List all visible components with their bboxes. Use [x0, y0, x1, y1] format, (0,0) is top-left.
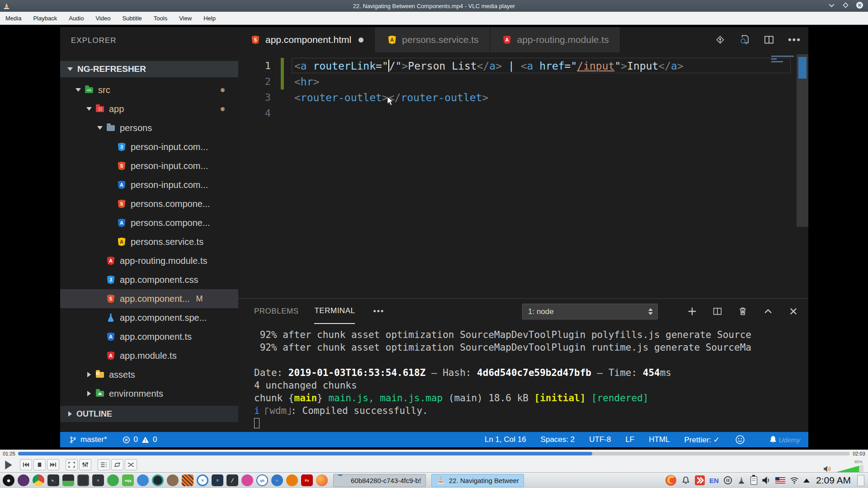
blender-icon[interactable] — [286, 474, 298, 486]
loop-button[interactable] — [111, 459, 123, 470]
errors-count[interactable]: 0 — [134, 435, 138, 444]
red-sync-icon[interactable] — [695, 475, 705, 485]
firefox-icon[interactable] — [316, 474, 328, 486]
statusbar-item-1[interactable]: Spaces: 2 — [541, 435, 575, 444]
tab-persons-service-ts[interactable]: Apersons.service.ts — [375, 27, 490, 52]
tree-item-persons-service-ts[interactable]: Apersons.service.ts — [60, 232, 238, 251]
open-changes-icon[interactable] — [715, 34, 726, 45]
tree-item-assets[interactable]: assets — [60, 365, 238, 384]
headphones-app-icon[interactable]: ∩ — [271, 474, 283, 486]
panel-more-icon[interactable]: ••• — [373, 307, 384, 316]
errors-icon[interactable] — [123, 436, 130, 444]
pause-circle-icon[interactable] — [723, 476, 732, 485]
dark-code-app-icon[interactable]: ✕ — [212, 474, 223, 486]
clock[interactable]: 2:09 AM — [816, 475, 851, 486]
chromium-icon[interactable] — [33, 474, 44, 486]
notifications-bell-icon[interactable] — [681, 476, 690, 485]
menu-help[interactable]: Help — [203, 15, 216, 22]
tree-item-app-component-css[interactable]: 3app.component.css — [60, 270, 238, 289]
pen-app-icon[interactable]: ╱ — [226, 474, 238, 486]
statusbar-item-5[interactable]: Prettier: ✓ — [684, 435, 720, 445]
tab-terminal[interactable]: TERMINAL — [314, 299, 355, 324]
editor-scrollbar[interactable] — [797, 54, 808, 227]
more-actions-icon[interactable]: ••• — [788, 34, 801, 46]
warnings-count[interactable]: 0 — [153, 435, 157, 444]
menu-subtitle[interactable]: Subtitle — [122, 15, 142, 22]
tree-item-persons-compone-[interactable]: 5persons.compone... — [60, 194, 238, 213]
video-area[interactable]: EXPLORER NG-REFRESHER </>srcapppersons3p… — [0, 25, 868, 450]
tree-item-app-routing-module-ts[interactable]: Aapp-routing.module.ts — [60, 251, 238, 270]
play-button[interactable] — [4, 460, 14, 470]
statusbar-item-4[interactable]: HTML — [649, 435, 670, 444]
outline-section-header[interactable]: OUTLINE — [60, 406, 238, 422]
filezilla-icon[interactable]: Fz — [301, 474, 313, 486]
menu-video[interactable]: Video — [95, 15, 110, 22]
maximize-panel-icon[interactable] — [763, 306, 773, 316]
tree-item-app[interactable]: app — [60, 99, 238, 118]
maximize-icon[interactable] — [842, 1, 849, 9]
show-desktop-button[interactable] — [857, 475, 864, 486]
fullscreen-button[interactable] — [66, 459, 78, 470]
scrollbar-thumb[interactable] — [798, 57, 807, 79]
code-line-2[interactable]: 2<hr> — [238, 74, 808, 89]
code-line-1[interactable]: 1<a routerLink="/">Person List</a> | <a … — [238, 58, 808, 74]
git-branch-label[interactable]: master* — [80, 435, 107, 444]
notepadqq-icon[interactable]: nqq — [122, 474, 134, 486]
green-app-icon[interactable] — [107, 474, 119, 486]
feedback-smiley-icon[interactable] — [735, 435, 745, 445]
tree-item-app-component-[interactable]: 5app.component...M — [60, 289, 238, 308]
tree-item-environments[interactable]: environments — [60, 384, 238, 403]
mute-speaker-icon[interactable] — [823, 465, 832, 473]
pink-app-icon[interactable] — [241, 474, 253, 486]
qbittorrent-icon[interactable]: qb — [256, 474, 268, 486]
taskbar-window-files[interactable]: 60b84280-c743-4fc9-b58... — [333, 474, 426, 487]
extended-settings-button[interactable] — [79, 459, 91, 470]
menu-view[interactable]: View — [179, 15, 192, 22]
tab-app-component-html[interactable]: 5app.component.html — [238, 27, 375, 52]
code-editor[interactable]: 1<a routerLink="/">Person List</a> | <a … — [238, 52, 808, 298]
code-line-3[interactable]: 3<router-outlet></router-outlet> — [238, 89, 808, 105]
tree-item-app-component-spe-[interactable]: app.component.spe... — [60, 308, 238, 327]
blue-ring-app-icon[interactable]: ✕ — [197, 474, 208, 486]
warnings-icon[interactable] — [142, 436, 149, 444]
firefox-tray-icon[interactable] — [665, 474, 677, 486]
tab-app-routing-module-ts[interactable]: Aapp-routing.module.ts — [490, 27, 620, 52]
shuffle-button[interactable] — [125, 459, 137, 470]
us-flag-icon[interactable] — [775, 477, 785, 483]
volume-tray-icon[interactable] — [762, 476, 771, 485]
statusbar-item-3[interactable]: LF — [625, 435, 634, 444]
blue-bird-app-icon[interactable] — [137, 474, 149, 486]
tab-problems[interactable]: PROBLEMS — [254, 299, 298, 324]
tiger-app-icon[interactable] — [182, 474, 193, 486]
tree-item-app-module-ts[interactable]: Aapp.module.ts — [60, 346, 238, 365]
tray-expand-icon[interactable] — [803, 479, 810, 483]
tree-item-app-component-ts[interactable]: Aapp.component.ts — [60, 327, 238, 346]
close-icon[interactable] — [856, 1, 863, 9]
close-panel-icon[interactable] — [788, 306, 798, 316]
gimp-icon[interactable] — [167, 474, 179, 486]
tree-item-persons[interactable]: persons — [60, 118, 238, 137]
camera-app-icon[interactable] — [152, 474, 164, 486]
menu-playback[interactable]: Playback — [33, 15, 57, 22]
menu-audio[interactable]: Audio — [69, 15, 84, 22]
split-editor-icon[interactable] — [764, 34, 774, 45]
clipboard-icon[interactable] — [750, 476, 757, 485]
minimize-icon[interactable] — [828, 1, 835, 9]
split-terminal-icon[interactable] — [712, 306, 722, 316]
menu-media[interactable]: Media — [5, 15, 21, 22]
tree-item-src[interactable]: </>src — [60, 80, 238, 99]
keyboard-layout-indicator[interactable]: EN — [709, 477, 719, 484]
playlist-button[interactable] — [98, 459, 110, 470]
volume-slider[interactable]: 85% — [835, 465, 863, 473]
opensuse-icon[interactable]: ◉ — [3, 474, 14, 486]
tree-item-persons-compone-[interactable]: Apersons.compone... — [60, 213, 238, 232]
bell-icon[interactable] — [769, 435, 778, 444]
settings-icon[interactable]: ≡ — [92, 474, 104, 486]
next-button[interactable] — [47, 459, 59, 470]
tree-item-person-input-com-[interactable]: Aperson-input.com... — [60, 175, 238, 194]
tree-item-person-input-com-[interactable]: 3person-input.com... — [60, 137, 238, 156]
stop-button[interactable] — [33, 459, 46, 470]
terminal-output[interactable]: 92% after chunk asset optimization Sourc… — [254, 328, 804, 430]
system-monitor-icon[interactable] — [62, 474, 74, 486]
tor-browser-icon[interactable] — [18, 474, 29, 486]
